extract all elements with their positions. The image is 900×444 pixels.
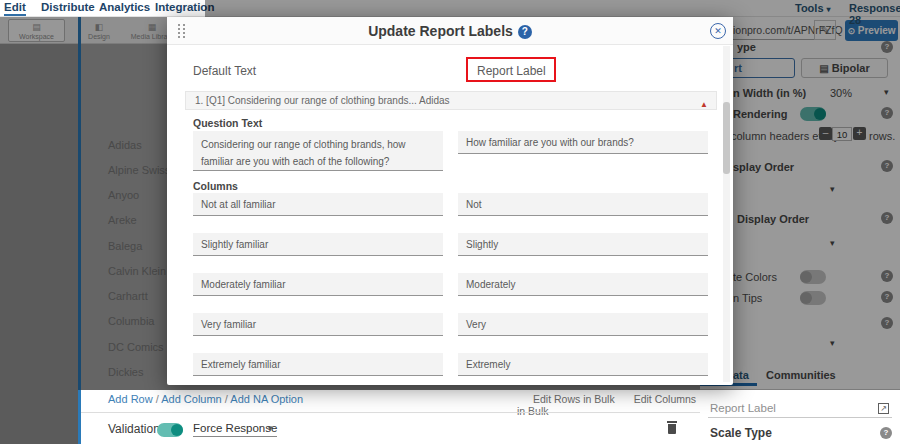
column-default-field[interactable]: Not at all familiar	[193, 193, 443, 216]
validation-label: Validation	[108, 422, 160, 436]
collapse-icon: ▲	[700, 96, 708, 113]
trash-icon[interactable]	[666, 420, 678, 435]
column-report-field[interactable]: Extremely	[458, 353, 708, 376]
expand-icon[interactable]: ↗	[878, 403, 889, 414]
help-icon[interactable]: ?	[880, 427, 892, 439]
report-label-column-header: Report Label	[477, 64, 546, 78]
bulk-edit-links: Edit Rows in Bulk Edit Columns in Bulk	[517, 393, 700, 417]
column-default-field[interactable]: Very familiar	[193, 313, 443, 336]
column-report-field[interactable]: Slightly	[458, 233, 708, 256]
add-row-link[interactable]: Add Row	[108, 393, 153, 405]
close-icon[interactable]: ✕	[710, 23, 726, 39]
divider	[81, 412, 700, 413]
default-text-column-header: Default Text	[193, 64, 256, 78]
column-report-field[interactable]: Moderately	[458, 273, 708, 296]
column-default-field[interactable]: Slightly familiar	[193, 233, 443, 256]
modal-scrollbar[interactable]	[723, 46, 730, 382]
update-report-labels-modal: Update Report Labels? ✕ Default Text Rep…	[167, 17, 733, 385]
column-report-field[interactable]: Not	[458, 193, 708, 216]
modal-title: Update Report Labels	[368, 23, 513, 39]
column-default-field[interactable]: Extremely familiar	[193, 353, 443, 376]
modal-header: Update Report Labels? ✕	[167, 17, 733, 45]
question-text-default-field[interactable]: Considering our range of clothing brands…	[193, 131, 443, 171]
menu-distribute[interactable]: Distribute	[41, 1, 95, 13]
menu-analytics[interactable]: Analytics	[99, 1, 150, 13]
question-text-label: Question Text	[193, 117, 262, 129]
columns-label: Columns	[193, 180, 238, 192]
question-text-report-field[interactable]: How familiar are you with our brands?	[458, 131, 708, 154]
input-underline	[708, 417, 892, 418]
scrollbar-thumb[interactable]	[723, 102, 730, 174]
column-report-field[interactable]: Very	[458, 313, 708, 336]
add-options-links: Add Row / Add Column / Add NA Option	[108, 393, 303, 405]
scale-type-label: Scale Type	[710, 426, 772, 440]
help-icon[interactable]: ?	[518, 25, 532, 39]
menu-edit[interactable]: Edit	[4, 1, 26, 16]
validation-toggle[interactable]	[157, 423, 183, 437]
edit-rows-bulk-link[interactable]: Edit Rows in Bulk	[533, 393, 615, 405]
modal-backdrop	[205, 0, 900, 17]
report-label-input[interactable]: Report Label	[710, 402, 776, 414]
question-accordion-header[interactable]: 1. [Q1] Considering our range of clothin…	[185, 91, 717, 110]
question-footer: Add Row / Add Column / Add NA Option Edi…	[81, 390, 700, 444]
force-response-dropdown[interactable]: Force Response	[193, 422, 277, 437]
add-column-link[interactable]: Add Column	[161, 393, 222, 405]
chevron-down-icon: ▾	[268, 423, 273, 433]
modal-backdrop	[0, 390, 78, 444]
add-na-option-link[interactable]: Add NA Option	[230, 393, 303, 405]
column-default-field[interactable]: Moderately familiar	[193, 273, 443, 296]
